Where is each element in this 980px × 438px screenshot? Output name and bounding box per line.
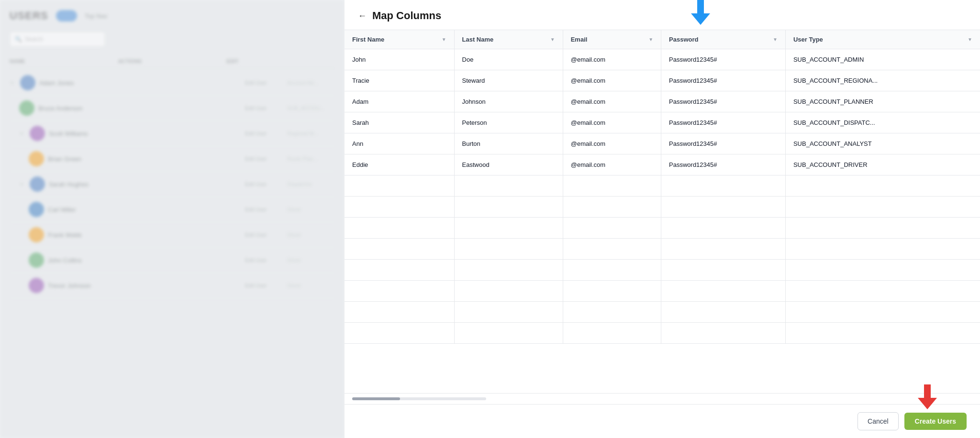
bg-user-role: Edit User bbox=[245, 257, 283, 263]
bg-list-item: John Collins Edit User Driver bbox=[10, 248, 335, 273]
empty-cell bbox=[661, 175, 786, 197]
table-row: AdamJohnson@email.comPassword12345#SUB_A… bbox=[345, 91, 980, 112]
empty-cell bbox=[563, 281, 661, 302]
cell-first_name: Adam bbox=[345, 91, 454, 112]
cell-password: Password12345# bbox=[661, 154, 786, 175]
cell-last_name: Eastwood bbox=[454, 154, 563, 175]
empty-cell bbox=[661, 323, 786, 344]
empty-cell bbox=[454, 175, 563, 197]
avatar bbox=[30, 126, 45, 141]
cell-first_name: Eddie bbox=[345, 154, 454, 175]
cell-email: @email.com bbox=[563, 154, 661, 175]
table-row: SarahPeterson@email.comPassword12345#SUB… bbox=[345, 112, 980, 133]
sort-chevron-icon: ▼ bbox=[442, 37, 446, 42]
empty-cell bbox=[563, 218, 661, 239]
empty-cell bbox=[454, 218, 563, 239]
cell-last_name: Doe bbox=[454, 49, 563, 70]
avatar bbox=[29, 252, 44, 268]
table-row-empty bbox=[345, 239, 980, 260]
empty-cell bbox=[563, 239, 661, 260]
bg-search-placeholder: Search bbox=[25, 36, 43, 43]
cell-first_name: Tracie bbox=[345, 70, 454, 91]
table-row-empty bbox=[345, 175, 980, 197]
bg-user-status: Regional M... bbox=[287, 131, 335, 136]
horizontal-scrollbar[interactable] bbox=[345, 393, 980, 404]
col-header-password[interactable]: Password ▼ bbox=[661, 30, 786, 49]
bg-user-status: Driver bbox=[287, 232, 335, 238]
col-header-first-name[interactable]: First Name ▼ bbox=[345, 30, 454, 49]
empty-cell bbox=[345, 175, 454, 197]
empty-cell bbox=[454, 302, 563, 323]
col-header-email[interactable]: Email ▼ bbox=[563, 30, 661, 49]
cell-user_type: SUB_ACCOUNT_DRIVER bbox=[785, 154, 980, 175]
bg-user-status: Account Ad... bbox=[287, 80, 335, 86]
bg-user-role: Edit User bbox=[245, 156, 283, 162]
col-header-last-name[interactable]: Last Name ▼ bbox=[454, 30, 563, 49]
cancel-button[interactable]: Cancel bbox=[858, 412, 899, 430]
empty-cell bbox=[563, 197, 661, 218]
cell-user_type: SUB_ACCOUNT_PLANNER bbox=[785, 91, 980, 112]
empty-cell bbox=[563, 260, 661, 281]
empty-cell bbox=[454, 239, 563, 260]
col-header-user-type[interactable]: User Type ▼ bbox=[785, 30, 980, 49]
empty-cell bbox=[661, 218, 786, 239]
bg-user-status: Route Plan... bbox=[287, 156, 335, 162]
cell-email: @email.com bbox=[563, 133, 661, 154]
empty-cell bbox=[785, 175, 980, 197]
cell-user_type: SUB_ACCOUNT_REGIONA... bbox=[785, 70, 980, 91]
bg-toggle-label: Top Nav bbox=[85, 12, 108, 20]
bg-user-name: Carl Miller bbox=[48, 206, 241, 213]
table-row-empty bbox=[345, 281, 980, 302]
back-button[interactable]: ← bbox=[358, 11, 367, 20]
cell-last_name: Johnson bbox=[454, 91, 563, 112]
bg-user-role: Edit User bbox=[245, 207, 283, 212]
empty-cell bbox=[785, 239, 980, 260]
sort-chevron-icon: ▼ bbox=[968, 37, 972, 42]
bg-user-status: Dispatcher bbox=[287, 181, 335, 187]
avatar bbox=[29, 202, 44, 217]
empty-cell bbox=[454, 197, 563, 218]
scroll-track bbox=[352, 397, 486, 400]
avatar bbox=[29, 227, 44, 242]
bg-users-title: USERS bbox=[10, 10, 48, 22]
empty-cell bbox=[345, 218, 454, 239]
cell-first_name: Ann bbox=[345, 133, 454, 154]
bg-col-actions: Actions bbox=[118, 58, 227, 64]
empty-cell bbox=[785, 260, 980, 281]
empty-cell bbox=[454, 281, 563, 302]
avatar bbox=[30, 176, 45, 192]
bg-user-role: Edit User bbox=[245, 105, 283, 111]
empty-cell bbox=[345, 239, 454, 260]
avatar bbox=[29, 278, 44, 293]
cell-password: Password12345# bbox=[661, 133, 786, 154]
avatar bbox=[20, 75, 35, 90]
bg-toggle bbox=[56, 10, 77, 22]
empty-cell bbox=[563, 323, 661, 344]
cell-first_name: Sarah bbox=[345, 112, 454, 133]
modal-title: Map Columns bbox=[372, 10, 441, 22]
bg-list-item: ▼ Sarah Hughes Edit User Dispatcher bbox=[10, 172, 335, 197]
table-row-empty bbox=[345, 302, 980, 323]
table-row: AnnBurton@email.comPassword12345#SUB_ACC… bbox=[345, 133, 980, 154]
table-row: TracieSteward@email.comPassword12345#SUB… bbox=[345, 70, 980, 91]
cell-password: Password12345# bbox=[661, 70, 786, 91]
modal-footer: Cancel Create Users bbox=[345, 404, 980, 438]
bg-user-role: Edit User bbox=[245, 181, 283, 187]
cell-first_name: John bbox=[345, 49, 454, 70]
table-row: JohnDoe@email.comPassword12345#SUB_ACCOU… bbox=[345, 49, 980, 70]
empty-cell bbox=[454, 323, 563, 344]
bg-user-role: Edit User bbox=[245, 283, 283, 288]
empty-cell bbox=[345, 281, 454, 302]
bg-user-status: Driver bbox=[287, 207, 335, 212]
columns-table: First Name ▼ Last Name ▼ Email ▼ bbox=[345, 30, 980, 344]
cell-password: Password12345# bbox=[661, 91, 786, 112]
create-users-button[interactable]: Create Users bbox=[904, 413, 967, 430]
empty-cell bbox=[661, 260, 786, 281]
map-columns-modal: ← Map Columns First Name ▼ Last Name bbox=[345, 0, 980, 438]
bg-user-name: Sarah Hughes bbox=[49, 181, 241, 188]
empty-cell bbox=[785, 197, 980, 218]
bg-user-role: Edit User bbox=[245, 131, 283, 136]
bg-user-role: Edit User bbox=[245, 80, 283, 86]
cell-email: @email.com bbox=[563, 91, 661, 112]
columns-table-container[interactable]: First Name ▼ Last Name ▼ Email ▼ bbox=[345, 30, 980, 393]
